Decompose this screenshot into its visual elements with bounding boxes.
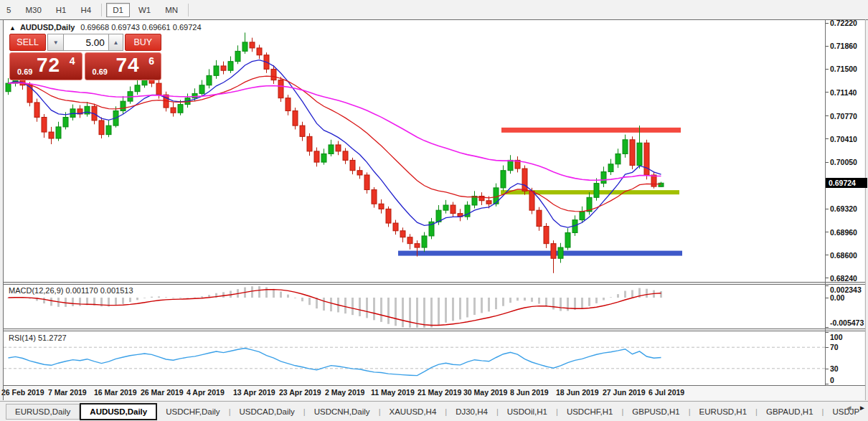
- date-label: 4 Apr 2019: [187, 388, 225, 397]
- sell-price-big: 72: [37, 54, 60, 77]
- current-price-tag: 0.69724: [826, 178, 867, 188]
- rsi-tick: 100: [830, 333, 843, 341]
- price-tick: 0.71500: [830, 65, 857, 73]
- date-label: 23 Apr 2019: [279, 388, 321, 397]
- tab-eurusd-daily[interactable]: EURUSD,Daily: [6, 404, 80, 420]
- rsi-label: RSI(14) 51.2727: [9, 334, 67, 342]
- date-label: 30 May 2019: [463, 388, 507, 397]
- macd-title: MACD(12,26,9): [9, 286, 63, 295]
- price-tick-dash: [826, 209, 829, 209]
- rsi-tick-dash: [826, 332, 829, 333]
- timeframe-w1[interactable]: W1: [133, 4, 156, 16]
- one-click-trade-panel: SELL ▼ 5.00 ▲ BUY 0.69 72 4 0.69 74 6: [9, 34, 161, 80]
- price-tick-dash: [826, 255, 829, 255]
- chevron-up-icon: ▲: [113, 39, 118, 46]
- tab-gbpusd-h1[interactable]: GBPUSD,H1: [623, 405, 688, 419]
- rsi-tick-dash: [826, 369, 829, 369]
- price-tick-dash: [826, 46, 829, 47]
- buy-price-box[interactable]: 0.69 74 6: [85, 52, 161, 80]
- tab-usdchf-daily[interactable]: USDCHF,Daily: [157, 405, 228, 419]
- date-label: 11 May 2019: [371, 388, 415, 397]
- buy-price-pip: 6: [148, 55, 154, 67]
- rsi-chart-canvas[interactable]: [4, 331, 825, 384]
- tab-usdoil-h1[interactable]: USDOil,H1: [499, 405, 556, 419]
- timeframe-h4[interactable]: H4: [75, 4, 97, 16]
- price-tick: 0.69320: [830, 204, 857, 213]
- date-label: 7 Mar 2019: [48, 388, 87, 397]
- price-tick-dash: [826, 138, 829, 139]
- level-support[interactable]: [398, 251, 682, 256]
- buy-button[interactable]: BUY: [125, 34, 161, 51]
- sell-price-pip: 4: [70, 55, 75, 67]
- timeframe-h1[interactable]: H1: [50, 4, 72, 16]
- rsi-title: RSI(14): [9, 334, 36, 342]
- tab-eurusd-h1[interactable]: EURUSD,H1: [691, 405, 755, 419]
- price-tick-dash: [826, 162, 829, 163]
- macd-value-1: 0.001170: [65, 286, 98, 295]
- date-label: 21 May 2019: [418, 388, 461, 397]
- price-tick-dash: [826, 278, 829, 278]
- macd-tick-dash: [826, 327, 829, 328]
- date-label: 2 May 2019: [325, 388, 364, 397]
- chart-symbol-label: AUDUSD,Daily: [20, 23, 75, 32]
- tab-xauusd-h4[interactable]: XAUUSD,H4: [380, 405, 445, 419]
- macd-label: MACD(12,26,9) 0.001170 0.001513: [9, 286, 133, 295]
- price-tick: 0.71140: [830, 88, 857, 97]
- date-label: 6 Jul 2019: [648, 388, 684, 397]
- rsi-tick: 0: [830, 376, 834, 384]
- buy-price-prefix: 0.69: [93, 67, 108, 76]
- price-tick-dash: [826, 92, 829, 93]
- tab-scroll-left-icon[interactable]: ◄: [845, 404, 852, 412]
- date-label: 13 Apr 2019: [233, 388, 275, 397]
- macd-tick: 0.00: [830, 293, 844, 302]
- date-label: 8 Jun 2019: [510, 388, 549, 397]
- tab-dj30-h4[interactable]: DJ30,H4: [447, 405, 496, 419]
- price-tick: 0.68960: [830, 228, 857, 237]
- chart-ohlc-values: 0.69668 0.69743 0.69661 0.69724: [80, 23, 201, 32]
- macd-tick-dash: [826, 285, 829, 286]
- volume-increase-button[interactable]: ▲: [108, 34, 123, 51]
- price-tick: 0.70410: [830, 135, 857, 143]
- macd-tick: -0.005473: [830, 318, 864, 327]
- macd-value-2: 0.001513: [100, 286, 133, 295]
- chevron-down-icon: ▼: [53, 39, 59, 46]
- timeframe-m30[interactable]: M30: [19, 4, 47, 16]
- symbol-tab-bar: EURUSD,DailyAUDUSD,DailyUSDCHF,Daily|USD…: [0, 401, 868, 421]
- collapse-chart-icon[interactable]: ▲: [9, 24, 16, 32]
- price-tick-dash: [826, 115, 829, 116]
- sell-price-box[interactable]: 0.69 72 4: [9, 52, 82, 80]
- rsi-tick: 70: [830, 343, 839, 351]
- sell-button[interactable]: SELL: [9, 34, 46, 51]
- tab-usdcad-daily[interactable]: USDCAD,Daily: [230, 405, 303, 419]
- timeframe-d1[interactable]: D1: [106, 3, 130, 17]
- volume-decrease-button[interactable]: ▼: [47, 34, 64, 51]
- moving-average-8: [9, 60, 661, 227]
- price-tick: 0.71860: [830, 42, 857, 50]
- level-resistance[interactable]: [501, 128, 681, 133]
- toolbar-separator: [101, 4, 102, 16]
- date-label: 27 Jun 2019: [603, 388, 646, 397]
- rsi-tick-dash: [826, 384, 829, 384]
- volume-input[interactable]: 5.00: [64, 34, 108, 51]
- timeframe-toolbar: 5M30H1H4D1W1MN: [0, 0, 868, 19]
- tab-scroll-arrows: ◄ ►: [841, 404, 866, 412]
- timeframe-5[interactable]: 5: [1, 4, 16, 16]
- tab-audusd-daily[interactable]: AUDUSD,Daily: [80, 403, 157, 420]
- tab-gbpaud-h1[interactable]: GBPAUD,H1: [758, 405, 822, 419]
- date-label: 18 Jun 2019: [556, 388, 599, 397]
- date-label: 16 Mar 2019: [94, 388, 137, 397]
- rsi-value: 51.2727: [38, 334, 67, 342]
- macd-tick-dash: [826, 298, 829, 298]
- tab-scroll-right-icon[interactable]: ►: [859, 404, 866, 412]
- rsi-tick: 30: [830, 364, 839, 373]
- tab-usdcnh-daily[interactable]: USDCNH,Daily: [306, 405, 379, 419]
- price-tick-dash: [826, 69, 829, 70]
- rsi-tick-dash: [826, 347, 829, 348]
- price-tick: 0.70770: [830, 112, 857, 120]
- price-tick-dash: [826, 232, 829, 232]
- sell-price-prefix: 0.69: [17, 67, 32, 76]
- tab-usdchf-h1[interactable]: USDCHF,H1: [558, 405, 622, 419]
- chart-ohlc-header: ▲AUDUSD,Daily0.69668 0.69743 0.69661 0.6…: [9, 23, 202, 32]
- timeframe-mn[interactable]: MN: [159, 4, 184, 16]
- toolbar-separator: [188, 4, 189, 16]
